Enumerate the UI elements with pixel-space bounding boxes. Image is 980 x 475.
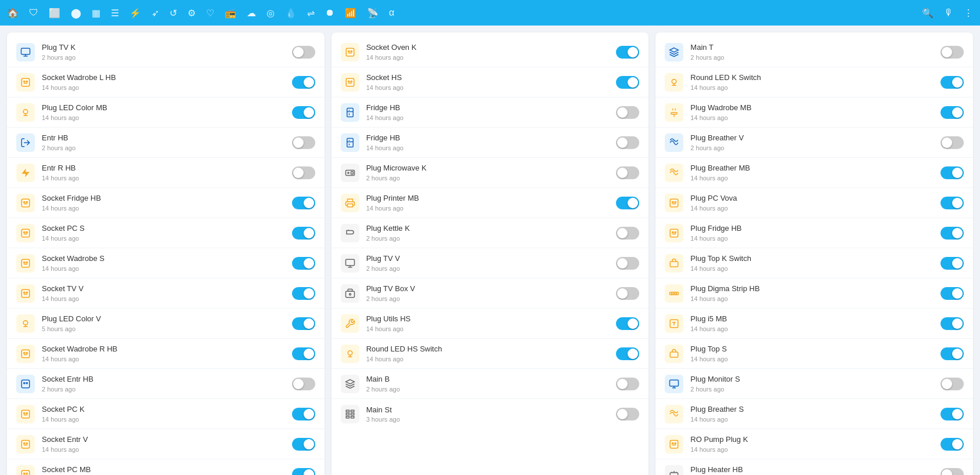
device-row: Socket PC S14 hours ago	[7, 218, 325, 248]
device-toggle[interactable]	[616, 287, 639, 300]
nav-search-icon[interactable]: 🔍	[922, 8, 934, 19]
svg-point-38	[348, 50, 349, 52]
device-toggle[interactable]	[292, 166, 315, 179]
device-row: Socket Wadrobe R HB14 hours ago	[7, 339, 325, 369]
device-toggle[interactable]	[941, 378, 964, 390]
nav-radio-icon[interactable]: 📻	[225, 8, 236, 19]
nav-heart-icon[interactable]: ♡	[206, 8, 214, 19]
nav-window-icon[interactable]: ⬜	[49, 8, 60, 19]
nav-circle-icon[interactable]: ⬤	[71, 8, 81, 19]
nav-alpha-icon[interactable]: α	[389, 8, 394, 18]
device-toggle[interactable]	[292, 408, 315, 420]
device-time: 2 hours ago	[366, 175, 617, 182]
device-name: Fridge HB	[366, 133, 617, 143]
device-toggle[interactable]	[941, 166, 964, 179]
device-toggle[interactable]	[616, 347, 639, 360]
device-toggle[interactable]	[292, 197, 315, 209]
device-toggle[interactable]	[616, 227, 639, 240]
device-toggle[interactable]	[292, 46, 315, 59]
svg-point-64	[672, 231, 673, 233]
device-toggle[interactable]	[292, 378, 315, 390]
nav-record-icon[interactable]: ⏺	[325, 8, 334, 18]
device-toggle[interactable]	[941, 347, 964, 360]
device-name: Plug Kettle K	[366, 224, 617, 234]
device-toggle[interactable]	[616, 106, 639, 119]
device-toggle[interactable]	[941, 287, 964, 300]
device-toggle[interactable]	[941, 46, 964, 59]
nav-antenna-icon[interactable]: 📡	[367, 8, 379, 19]
svg-point-32	[24, 473, 25, 474]
nav-refresh-icon[interactable]: ↺	[170, 8, 177, 19]
device-toggle[interactable]	[616, 136, 639, 149]
device-toggle[interactable]	[292, 257, 315, 270]
nav-mic-icon[interactable]: 🎙	[944, 8, 953, 19]
device-toggle[interactable]	[616, 166, 639, 179]
nav-filter-icon[interactable]: ☰	[111, 8, 119, 19]
device-toggle[interactable]	[292, 347, 315, 360]
device-toggle[interactable]	[941, 317, 964, 330]
device-row: Plug TV Box V2 hours ago	[332, 278, 649, 309]
device-toggle[interactable]	[292, 136, 315, 149]
column-3: Main T2 hours agoRound LED K Switch14 ho…	[655, 32, 973, 475]
device-toggle[interactable]	[941, 76, 964, 89]
device-toggle[interactable]	[941, 257, 964, 270]
device-toggle[interactable]	[616, 76, 639, 89]
nav-settings-icon[interactable]: ⚙	[188, 8, 196, 19]
device-row: Plug Top K Switch14 hours ago	[655, 248, 973, 278]
device-toggle[interactable]	[616, 408, 639, 420]
device-row: Entr R HB14 hours ago	[7, 158, 325, 188]
device-toggle[interactable]	[616, 46, 639, 59]
nav-more-icon[interactable]: ⋮	[964, 8, 973, 19]
device-time: 14 hours ago	[42, 416, 292, 423]
device-toggle[interactable]	[616, 197, 639, 209]
device-time: 14 hours ago	[42, 295, 292, 302]
nav-bolt-icon[interactable]: ⚡	[129, 8, 141, 19]
device-name: Plug TV Box V	[366, 284, 617, 294]
fridge-icon	[341, 133, 359, 152]
svg-rect-40	[346, 78, 354, 86]
nav-shield-icon[interactable]: 🛡	[29, 8, 38, 18]
svg-rect-15	[21, 289, 30, 298]
device-toggle[interactable]	[292, 468, 315, 476]
svg-rect-63	[671, 229, 679, 237]
device-toggle[interactable]	[941, 438, 964, 451]
device-toggle[interactable]	[292, 227, 315, 240]
device-toggle[interactable]	[292, 106, 315, 119]
device-row: Round LED HS Switch14 hours ago	[332, 339, 649, 369]
device-toggle[interactable]	[941, 136, 964, 149]
nav-home-icon[interactable]: 🏠	[7, 8, 19, 19]
device-toggle[interactable]	[941, 468, 964, 476]
device-toggle[interactable]	[292, 317, 315, 330]
device-toggle[interactable]	[616, 378, 639, 390]
nav-cloud-icon[interactable]: ☁	[247, 8, 256, 19]
device-toggle[interactable]	[941, 106, 964, 119]
entr-icon	[16, 133, 35, 152]
device-toggle[interactable]	[292, 438, 315, 451]
device-time: 14 hours ago	[366, 54, 617, 61]
device-toggle[interactable]	[941, 408, 964, 420]
nav-route-icon[interactable]: ⇌	[307, 8, 315, 19]
device-row: Socket HS14 hours ago	[332, 67, 649, 97]
nav-arrow-icon[interactable]: ➶	[152, 8, 159, 19]
device-toggle[interactable]	[616, 257, 639, 270]
device-toggle[interactable]	[292, 76, 315, 89]
nav-grid-icon[interactable]: ▦	[92, 8, 100, 19]
svg-rect-49	[345, 291, 354, 298]
svg-rect-44	[347, 138, 353, 147]
socket2-icon	[16, 375, 35, 393]
svg-point-33	[26, 473, 27, 474]
device-row: Socket Entr HB2 hours ago	[7, 369, 325, 399]
svg-rect-9	[21, 229, 30, 237]
device-toggle[interactable]	[616, 317, 639, 330]
svg-point-47	[348, 172, 349, 173]
device-toggle[interactable]	[941, 227, 964, 240]
device-row: Main T2 hours ago	[655, 37, 973, 67]
nav-drop-icon[interactable]: 💧	[285, 8, 297, 19]
led-icon	[665, 73, 683, 92]
device-toggle[interactable]	[292, 287, 315, 300]
device-toggle[interactable]	[941, 197, 964, 209]
nav-target-icon[interactable]: ◎	[266, 8, 275, 19]
nav-signal-icon[interactable]: 📶	[345, 8, 356, 19]
svg-rect-74	[671, 440, 679, 448]
device-row: Plug Top S14 hours ago	[655, 339, 973, 369]
